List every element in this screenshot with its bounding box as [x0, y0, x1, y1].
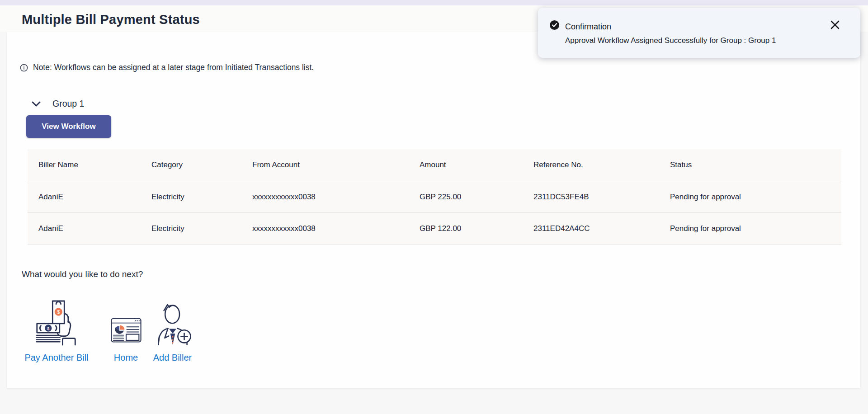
column-header-from-account: From Account — [241, 149, 409, 181]
table-row: AdaniE Electricity xxxxxxxxxxxx0038 GBP … — [28, 181, 841, 212]
info-icon — [20, 64, 28, 72]
view-workflow-button[interactable]: View Workflow — [26, 115, 111, 138]
quick-links-row: $ $ Pay Another Bill — [20, 296, 194, 363]
column-header-category: Category — [141, 149, 241, 181]
note-row: Note: Workflows can be assigned at a lat… — [20, 63, 314, 72]
column-header-reference-no: Reference No. — [523, 149, 659, 181]
cell-category: Electricity — [141, 181, 241, 212]
quick-link-label[interactable]: Add Biller — [153, 353, 192, 363]
table-row: AdaniE Electricity xxxxxxxxxxxx0038 GBP … — [28, 212, 841, 244]
home-link[interactable]: Home — [109, 296, 143, 363]
column-header-amount: Amount — [409, 149, 523, 181]
note-text: Note: Workflows can be assigned at a lat… — [33, 63, 314, 72]
pay-another-bill-link[interactable]: $ $ Pay Another Bill — [20, 296, 93, 363]
cell-category: Electricity — [141, 213, 241, 244]
page-title: Multiple Bill Payment Status — [22, 12, 200, 27]
quick-link-label[interactable]: Pay Another Bill — [24, 353, 88, 363]
content-card: Note: Workflows can be assigned at a lat… — [7, 32, 860, 388]
cell-from-account: xxxxxxxxxxxx0038 — [241, 181, 409, 212]
cell-amount: GBP 225.00 — [409, 181, 523, 212]
payment-status-table: Biller Name Category From Account Amount… — [28, 149, 841, 245]
cell-biller-name: AdaniE — [28, 213, 141, 244]
toast-title: Confirmation — [565, 22, 611, 32]
confirmation-toast: Confirmation Approval Workflow Assigned … — [538, 8, 860, 58]
quick-link-label[interactable]: Home — [114, 353, 138, 363]
add-biller-icon — [153, 296, 193, 347]
chevron-down-icon[interactable] — [32, 101, 41, 107]
cell-reference-no: 2311DC53FE4B — [523, 181, 659, 212]
next-question-text: What would you like to do next? — [22, 269, 143, 279]
cell-from-account: xxxxxxxxxxxx0038 — [241, 213, 409, 244]
add-biller-link[interactable]: Add Biller — [151, 296, 194, 363]
cell-status: Pending for approval — [659, 213, 841, 244]
group-label: Group 1 — [52, 99, 84, 109]
svg-text:$: $ — [57, 309, 60, 315]
toast-message: Approval Workflow Assigned Successfully … — [565, 36, 776, 45]
multiple-bill-payment-status-screen: Multiple Bill Payment Status Note: Workf… — [0, 0, 868, 414]
home-dashboard-icon — [111, 296, 142, 347]
pay-bill-icon: $ $ — [35, 296, 78, 347]
close-icon[interactable] — [830, 19, 840, 30]
column-header-status: Status — [659, 149, 841, 181]
cell-amount: GBP 122.00 — [409, 213, 523, 244]
cell-status: Pending for approval — [659, 181, 841, 212]
column-header-biller-name: Biller Name — [28, 149, 141, 181]
table-header-row: Biller Name Category From Account Amount… — [28, 149, 841, 181]
cell-reference-no: 2311ED42A4CC — [523, 213, 659, 244]
svg-text:$: $ — [47, 326, 50, 331]
top-accent-strip — [0, 0, 868, 5]
group-accordion-header[interactable]: Group 1 — [32, 99, 84, 109]
check-circle-icon — [550, 20, 559, 30]
cell-biller-name: AdaniE — [28, 181, 141, 212]
